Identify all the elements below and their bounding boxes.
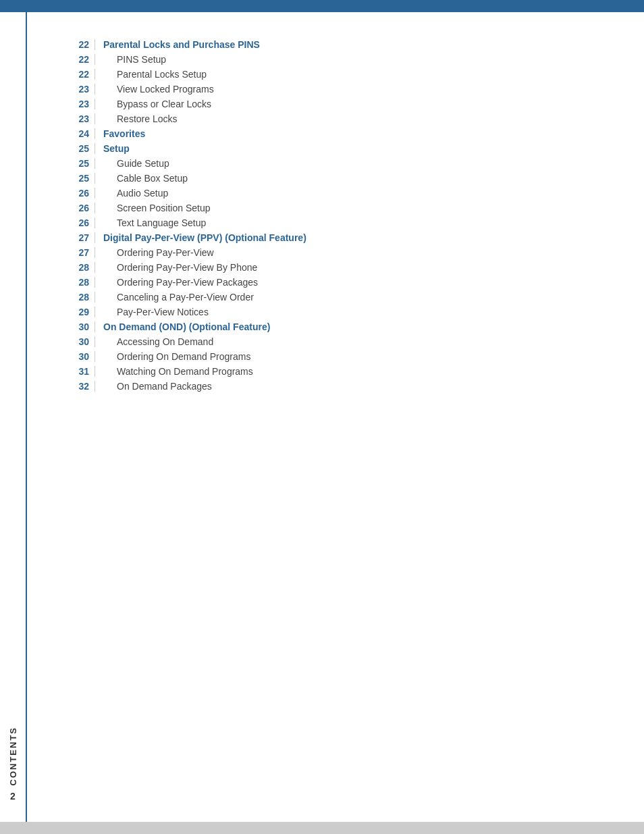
- toc-row: 24Favorites: [68, 128, 603, 139]
- toc-row: 27Ordering Pay-Per-View: [68, 247, 603, 258]
- toc-row: 28Canceling a Pay-Per-View Order: [68, 292, 603, 303]
- toc-row: 28Ordering Pay-Per-View Packages: [68, 277, 603, 288]
- toc-row: 25Guide Setup: [68, 158, 603, 169]
- toc-row: 23Restore Locks: [68, 113, 603, 124]
- toc-row: 29Pay-Per-View Notices: [68, 307, 603, 317]
- toc-divider: [95, 69, 95, 80]
- toc-label: Setup: [103, 143, 603, 154]
- toc-divider: [95, 99, 95, 109]
- toc-page-number: 28: [68, 262, 95, 273]
- toc-page-number: 27: [68, 232, 95, 243]
- toc-row: 28Ordering Pay-Per-View By Phone: [68, 262, 603, 273]
- toc-divider: [95, 143, 95, 154]
- toc-divider: [95, 321, 95, 332]
- toc-row: 22Parental Locks and Purchase PINS: [68, 39, 603, 50]
- toc-label: Screen Position Setup: [103, 203, 603, 213]
- toc-page-number: 24: [68, 128, 95, 139]
- toc-page-number: 25: [68, 173, 95, 184]
- toc-divider: [95, 277, 95, 288]
- toc-label: Watching On Demand Programs: [103, 366, 603, 377]
- toc-page-number: 28: [68, 292, 95, 303]
- toc-page-number: 25: [68, 143, 95, 154]
- toc-label: Pay-Per-View Notices: [103, 307, 603, 317]
- toc-label: On Demand (OND) (Optional Feature): [103, 321, 603, 332]
- toc-page-number: 22: [68, 54, 95, 65]
- toc-row: 32On Demand Packages: [68, 381, 603, 392]
- toc-label: Text Language Setup: [103, 217, 603, 228]
- toc-row: 26Text Language Setup: [68, 217, 603, 228]
- toc-label: PINS Setup: [103, 54, 603, 65]
- toc-label: On Demand Packages: [103, 381, 603, 392]
- toc-divider: [95, 54, 95, 65]
- toc-divider: [95, 262, 95, 273]
- toc-label: Ordering On Demand Programs: [103, 351, 603, 362]
- toc-divider: [95, 366, 95, 377]
- toc-label: Guide Setup: [103, 158, 603, 169]
- toc-label: View Locked Programs: [103, 84, 603, 95]
- toc-row: 23View Locked Programs: [68, 84, 603, 95]
- toc-label: Ordering Pay-Per-View Packages: [103, 277, 603, 288]
- toc-row: 22Parental Locks Setup: [68, 69, 603, 80]
- toc-label: Parental Locks Setup: [103, 69, 603, 80]
- toc-divider: [95, 84, 95, 95]
- toc-label: Ordering Pay-Per-View: [103, 247, 603, 258]
- toc-page-number: 30: [68, 321, 95, 332]
- toc-divider: [95, 158, 95, 169]
- toc-divider: [95, 292, 95, 303]
- toc-row: 30On Demand (OND) (Optional Feature): [68, 321, 603, 332]
- top-bar: [0, 0, 644, 12]
- toc-label: Ordering Pay-Per-View By Phone: [103, 262, 603, 273]
- toc-row: 25Setup: [68, 143, 603, 154]
- toc-divider: [95, 39, 95, 50]
- toc-divider: [95, 113, 95, 124]
- toc-label: Canceling a Pay-Per-View Order: [103, 292, 603, 303]
- toc-label: Restore Locks: [103, 113, 603, 124]
- sidebar-label: CONTENTS: [8, 727, 18, 786]
- main-content: 22Parental Locks and Purchase PINS22PINS…: [27, 12, 644, 423]
- toc-page-number: 29: [68, 307, 95, 317]
- bottom-bar: [0, 822, 644, 834]
- toc-page-number: 23: [68, 84, 95, 95]
- toc-page-number: 32: [68, 381, 95, 392]
- toc-row: 26Audio Setup: [68, 188, 603, 199]
- toc-divider: [95, 247, 95, 258]
- toc-page-number: 30: [68, 336, 95, 347]
- toc-divider: [95, 173, 95, 184]
- toc-row: 30Accessing On Demand: [68, 336, 603, 347]
- toc-label: Favorites: [103, 128, 603, 139]
- toc-page-number: 22: [68, 39, 95, 50]
- left-sidebar: CONTENTS 2: [0, 12, 27, 822]
- toc-divider: [95, 128, 95, 139]
- toc-label: Audio Setup: [103, 188, 603, 199]
- toc-divider: [95, 336, 95, 347]
- toc-page-number: 23: [68, 99, 95, 109]
- toc-page-number: 31: [68, 366, 95, 377]
- toc-page-number: 28: [68, 277, 95, 288]
- toc-divider: [95, 232, 95, 243]
- toc-row: 23Bypass or Clear Locks: [68, 99, 603, 109]
- toc-page-number: 26: [68, 217, 95, 228]
- toc-page-number: 25: [68, 158, 95, 169]
- toc-page-number: 30: [68, 351, 95, 362]
- toc-page-number: 26: [68, 188, 95, 199]
- toc-row: 30Ordering On Demand Programs: [68, 351, 603, 362]
- toc-row: 22PINS Setup: [68, 54, 603, 65]
- toc-label: Accessing On Demand: [103, 336, 603, 347]
- toc-row: 27Digital Pay-Per-View (PPV) (Optional F…: [68, 232, 603, 243]
- toc-row: 26Screen Position Setup: [68, 203, 603, 213]
- toc-label: Cable Box Setup: [103, 173, 603, 184]
- toc-page-number: 22: [68, 69, 95, 80]
- toc-page-number: 27: [68, 247, 95, 258]
- toc-divider: [95, 188, 95, 199]
- toc-divider: [95, 203, 95, 213]
- sidebar-page-num: 2: [10, 791, 16, 802]
- toc-label: Bypass or Clear Locks: [103, 99, 603, 109]
- toc-divider: [95, 351, 95, 362]
- toc-list: 22Parental Locks and Purchase PINS22PINS…: [68, 39, 603, 392]
- toc-divider: [95, 381, 95, 392]
- toc-row: 25Cable Box Setup: [68, 173, 603, 184]
- toc-divider: [95, 217, 95, 228]
- toc-label: Parental Locks and Purchase PINS: [103, 39, 603, 50]
- toc-page-number: 26: [68, 203, 95, 213]
- toc-page-number: 23: [68, 113, 95, 124]
